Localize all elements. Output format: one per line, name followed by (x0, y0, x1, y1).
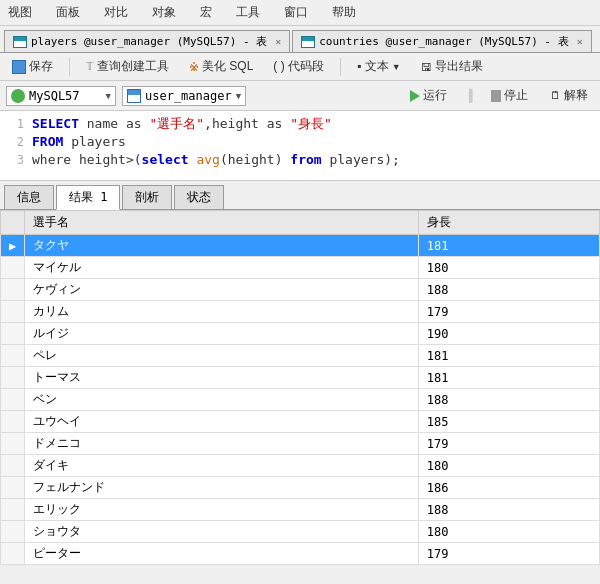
result-tab-status[interactable]: 状态 (174, 185, 224, 209)
table-row[interactable]: ユウヘイ185 (1, 411, 600, 433)
cell-name: ペレ (25, 345, 418, 367)
row-indicator (1, 455, 25, 477)
table-row[interactable]: ベン188 (1, 389, 600, 411)
cell-height: 188 (418, 499, 599, 521)
export-label: 导出结果 (435, 58, 483, 75)
result-tab-info[interactable]: 信息 (4, 185, 54, 209)
table-row[interactable]: トーマス181 (1, 367, 600, 389)
menu-help[interactable]: 帮助 (328, 2, 360, 23)
table-row[interactable]: エリック188 (1, 499, 600, 521)
tab-countries[interactable]: countries @user_manager (MySQL57) - 表 ✕ (292, 30, 591, 52)
separator1 (69, 58, 70, 76)
result-tab-result1[interactable]: 结果 1 (56, 185, 120, 210)
explain-button[interactable]: 🗒 解释 (544, 84, 594, 107)
table-row[interactable]: ショウタ180 (1, 521, 600, 543)
menu-window[interactable]: 窗口 (280, 2, 312, 23)
cell-name: ピーター (25, 543, 418, 565)
db-name-value: user_manager (145, 89, 232, 103)
code-snippet-button[interactable]: ( ) 代码段 (267, 56, 330, 77)
cell-name: ルイジ (25, 323, 418, 345)
cell-name: ショウタ (25, 521, 418, 543)
data-table-wrap[interactable]: 選手名 身長 ▶タクヤ181マイケル180ケヴィン188カリム179ルイジ190… (0, 210, 600, 565)
explain-icon: 🗒 (550, 89, 561, 101)
row-indicator (1, 279, 25, 301)
table-row[interactable]: ケヴィン188 (1, 279, 600, 301)
table-row[interactable]: ダイキ180 (1, 455, 600, 477)
menu-compare[interactable]: 对比 (100, 2, 132, 23)
export-button[interactable]: 🖫 导出结果 (415, 56, 489, 77)
code-snippet-label: ( ) 代码段 (273, 58, 324, 75)
cell-height: 190 (418, 323, 599, 345)
cell-height: 188 (418, 279, 599, 301)
tab-players-close[interactable]: ✕ (275, 36, 281, 47)
beautify-icon: ※ (189, 60, 199, 74)
table-row[interactable]: ルイジ190 (1, 323, 600, 345)
table-row[interactable]: カリム179 (1, 301, 600, 323)
result-tabs: 信息 结果 1 剖析 状态 (0, 181, 600, 210)
stop-button[interactable]: 停止 (481, 84, 538, 107)
code-content-1: SELECT name as "選手名",height as "身長" (32, 115, 332, 133)
line-num-1: 1 (4, 115, 24, 133)
data-table: 選手名 身長 ▶タクヤ181マイケル180ケヴィン188カリム179ルイジ190… (0, 210, 600, 565)
menu-view[interactable]: 视图 (4, 2, 36, 23)
cell-height: 179 (418, 543, 599, 565)
cell-height: 180 (418, 521, 599, 543)
run-icon (410, 90, 420, 102)
db-engine-select[interactable]: MySQL57 ▼ (6, 86, 116, 106)
db-name-arrow: ▼ (236, 91, 241, 101)
text-button[interactable]: ▪ 文本 ▼ (351, 56, 407, 77)
menu-tools[interactable]: 工具 (232, 2, 264, 23)
code-line-3: 3 where height>(select avg(height) from … (0, 151, 600, 169)
row-indicator (1, 345, 25, 367)
menu-panel[interactable]: 面板 (52, 2, 84, 23)
cell-height: 186 (418, 477, 599, 499)
table-row[interactable]: ピーター179 (1, 543, 600, 565)
code-editor[interactable]: 1 SELECT name as "選手名",height as "身長" 2 … (0, 111, 600, 181)
menu-bar: 视图 面板 对比 对象 宏 工具 窗口 帮助 (0, 0, 600, 26)
tab-countries-close[interactable]: ✕ (577, 36, 583, 47)
row-indicator (1, 543, 25, 565)
line-num-2: 2 (4, 133, 24, 151)
save-label: 保存 (29, 58, 53, 75)
row-indicator (1, 411, 25, 433)
cell-height: 180 (418, 257, 599, 279)
table-row[interactable]: フェルナンド186 (1, 477, 600, 499)
cell-name: カリム (25, 301, 418, 323)
query-tool-button[interactable]: 𝕋 查询创建工具 (80, 56, 175, 77)
table-row[interactable]: マイケル180 (1, 257, 600, 279)
cell-name: ユウヘイ (25, 411, 418, 433)
row-indicator (1, 389, 25, 411)
toolbar: 保存 𝕋 查询创建工具 ※ 美化 SQL ( ) 代码段 ▪ 文本 ▼ 🖫 导出… (0, 53, 600, 81)
col-header-height: 身長 (418, 211, 599, 235)
row-indicator (1, 301, 25, 323)
row-indicator (1, 521, 25, 543)
menu-object[interactable]: 对象 (148, 2, 180, 23)
db-name-select[interactable]: user_manager ▼ (122, 86, 246, 106)
result-tab-profiling[interactable]: 剖析 (122, 185, 172, 209)
code-content-3: where height>(select avg(height) from pl… (32, 151, 400, 169)
separator3: ▐ (465, 89, 472, 103)
cell-name: フェルナンド (25, 477, 418, 499)
cell-height: 181 (418, 367, 599, 389)
separator2 (340, 58, 341, 76)
row-indicator (1, 323, 25, 345)
run-button[interactable]: 运行 (400, 84, 457, 107)
cell-name: ドメニコ (25, 433, 418, 455)
table-row[interactable]: ▶タクヤ181 (1, 235, 600, 257)
cell-height: 179 (418, 433, 599, 455)
text-label: ▪ 文本 (357, 58, 389, 75)
tab-players[interactable]: players @user_manager (MySQL57) - 表 ✕ (4, 30, 290, 52)
table-row[interactable]: ドメニコ179 (1, 433, 600, 455)
save-icon (12, 60, 26, 74)
stop-label: 停止 (504, 87, 528, 104)
save-button[interactable]: 保存 (6, 56, 59, 77)
db-engine-value: MySQL57 (29, 89, 80, 103)
run-label: 运行 (423, 87, 447, 104)
table-row[interactable]: ペレ181 (1, 345, 600, 367)
row-indicator (1, 433, 25, 455)
table-icon2 (301, 36, 315, 48)
beautify-button[interactable]: ※ 美化 SQL (183, 56, 259, 77)
menu-macro[interactable]: 宏 (196, 2, 216, 23)
db-row: MySQL57 ▼ user_manager ▼ 运行 ▐ 停止 🗒 解释 (0, 81, 600, 111)
code-content-2: FROM players (32, 133, 126, 151)
